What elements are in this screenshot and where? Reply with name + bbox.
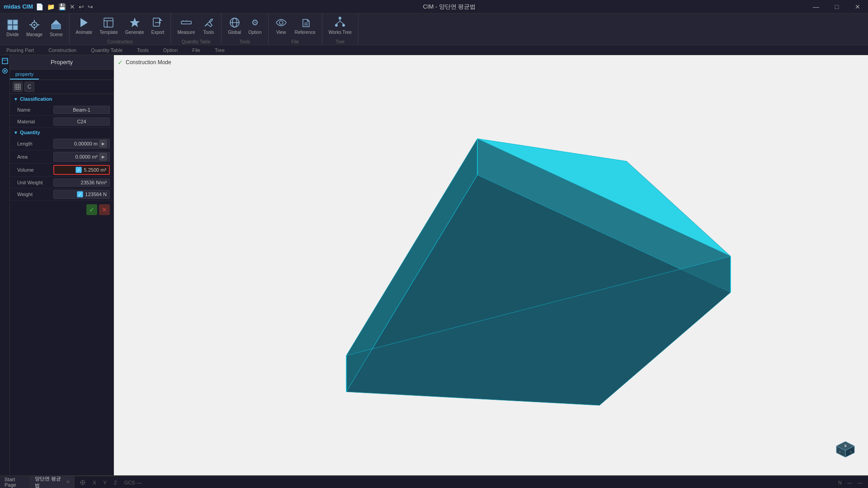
view-label: View (276, 30, 286, 35)
material-input[interactable] (57, 119, 107, 124)
material-value[interactable] (53, 117, 110, 126)
svg-point-38 (342, 24, 345, 27)
toolbar-reference[interactable]: Reference (292, 14, 318, 37)
titlebar-left: midas CIM 📄 📁 💾 ✕ ↩ ↪ (0, 3, 93, 10)
export-icon (151, 16, 164, 29)
toolbar-group-tree: Works Tree (326, 14, 354, 37)
name-value[interactable] (53, 106, 110, 114)
toolbar-tools[interactable]: Tools (199, 14, 217, 37)
svg-rect-43 (15, 84, 20, 89)
manage-label: Manage (26, 32, 42, 37)
icon-bar-top[interactable] (1, 57, 9, 65)
toolbar-manage[interactable]: Manage (24, 17, 45, 39)
svg-rect-1 (13, 20, 18, 24)
y-label: Y (104, 480, 107, 485)
animate-label: Animate (76, 30, 93, 35)
subheader-quantity-table[interactable]: Quantity Table (88, 45, 125, 55)
toolbar-scene[interactable]: Scene (47, 17, 65, 39)
navigation-cube[interactable]: S F S (832, 435, 859, 462)
length-label: Length (17, 141, 53, 146)
toolbar-template[interactable]: Template (97, 14, 121, 37)
toolbar-export[interactable]: Export (148, 14, 167, 37)
z-label: Z (114, 480, 117, 485)
svg-rect-2 (8, 25, 12, 30)
volume-label: Volume (17, 167, 53, 173)
toolbar-global[interactable]: Global (225, 14, 244, 37)
quantity-header[interactable]: ▼ Quantity (10, 127, 113, 137)
subheader-option[interactable]: Option (160, 45, 180, 55)
length-arrow-btn[interactable]: ▶ (99, 140, 107, 147)
toolbar-animate[interactable]: Animate (73, 14, 95, 37)
subheader-tree[interactable]: Tree (212, 45, 227, 55)
reference-label: Reference (295, 30, 316, 35)
length-row: Length 0.00000 m ▶ (10, 137, 113, 150)
confirm-button[interactable]: ✓ (86, 204, 97, 215)
subheader-file[interactable]: File (189, 45, 203, 55)
redo-icon[interactable]: ↪ (88, 3, 93, 10)
maximize-button[interactable]: □ (826, 0, 847, 14)
toolbar-option[interactable]: ⚙ Option (245, 14, 264, 37)
toolbar-view[interactable]: View (272, 14, 290, 37)
toolbar-section-file-label: File (292, 39, 299, 44)
cancel-button[interactable]: ✕ (99, 204, 110, 215)
svg-rect-22 (181, 21, 191, 24)
toolbar-section-construction-label: Construction (107, 39, 132, 44)
template-icon (102, 16, 115, 29)
svg-line-34 (336, 21, 340, 24)
scene-icon (50, 19, 62, 31)
toolbar-works-tree[interactable]: Works Tree (326, 14, 354, 37)
icon-bar-settings[interactable] (1, 67, 9, 75)
toolbar-measure[interactable]: Measure (175, 14, 198, 37)
svg-point-42 (4, 70, 6, 72)
weight-value-container[interactable]: ✓ 123564 N (53, 190, 110, 199)
toolbar-group-1: Divide Manage (4, 17, 66, 39)
undo-icon[interactable]: ↩ (79, 3, 84, 10)
option-icon: ⚙ (249, 16, 261, 29)
template-label: Template (99, 30, 118, 35)
toolbar-divide[interactable]: Divide (4, 17, 22, 39)
svg-rect-0 (8, 20, 12, 24)
weight-checkbox[interactable]: ✓ (77, 191, 83, 197)
open-file-icon[interactable]: 📁 (47, 3, 55, 10)
generate-label: Generate (125, 30, 144, 35)
volume-value-container[interactable]: ✓ 5.2500 m³ (53, 165, 110, 175)
name-label: Name (17, 107, 53, 113)
volume-checkbox[interactable]: ✓ (75, 167, 82, 173)
subheader-pouring-part[interactable]: Pouring Part (4, 45, 37, 55)
close-button[interactable]: ✕ (847, 0, 868, 14)
statusbar: X Y Z GCS — N — — (75, 476, 868, 488)
option-label: Option (248, 30, 261, 35)
svg-text:F: F (839, 450, 840, 453)
sidebar-tool-grid[interactable] (13, 82, 23, 92)
active-tab[interactable]: 양단면 평균법 ✕ (30, 476, 75, 488)
save-icon[interactable]: 💾 (58, 3, 66, 10)
coordinates: X Y Z GCS — (80, 480, 142, 485)
name-row: Name (10, 104, 113, 116)
viewport[interactable]: ✓ Construction Mode (114, 55, 868, 475)
weight-row: Weight ✓ 123564 N (10, 188, 113, 201)
divide-label: Divide (6, 32, 19, 37)
toolbar-section-view: View Reference File (269, 14, 322, 45)
close-tab-button[interactable]: ✕ (66, 479, 70, 484)
classification-header[interactable]: ▼ Classification (10, 94, 113, 104)
subheader-construction[interactable]: Construction (46, 45, 79, 55)
close-icon[interactable]: ✕ (70, 3, 75, 10)
sidebar-tab-property[interactable]: property (10, 70, 39, 80)
toolbar-section-construction: Animate Template Generat (70, 14, 171, 45)
classification-arrow: ▼ (14, 97, 18, 102)
toolbar-generate[interactable]: Generate (123, 14, 147, 37)
sidebar-tool-refresh[interactable]: C (24, 82, 34, 92)
unit-weight-label: Unit Weight (17, 180, 53, 185)
x-label: X (93, 480, 96, 485)
minimize-button[interactable]: — (806, 0, 826, 14)
length-value[interactable]: 0.00000 m ▶ (53, 139, 110, 149)
area-value[interactable]: 0.0000 m² ▶ (53, 152, 110, 162)
svg-rect-3 (13, 25, 18, 30)
view-icon (275, 16, 288, 29)
area-arrow-btn[interactable]: ▶ (99, 153, 107, 160)
subheader-tools[interactable]: Tools (134, 45, 151, 55)
classification-label: Classification (20, 96, 52, 102)
new-file-icon[interactable]: 📄 (36, 3, 43, 10)
start-page-tab[interactable]: Start Page (0, 476, 30, 488)
name-input[interactable] (57, 107, 107, 113)
